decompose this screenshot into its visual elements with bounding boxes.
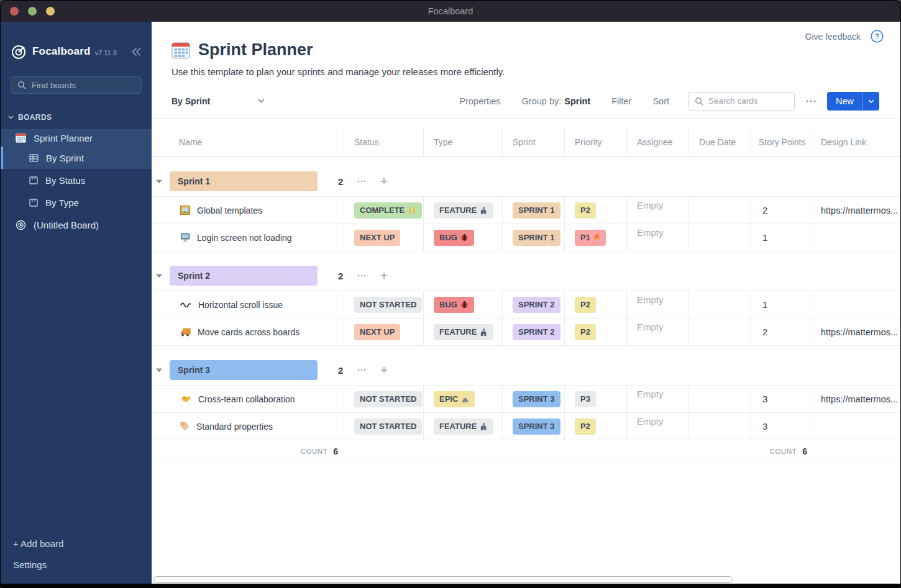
table-row[interactable]: Standard properties NOT STARTED . FEATUR…	[152, 413, 900, 440]
type-cell[interactable]: FEATURE	[424, 197, 503, 224]
sprint-cell[interactable]: SPRINT 3	[503, 386, 565, 412]
sort-button[interactable]: Sort	[652, 96, 669, 106]
due-date-cell[interactable]	[689, 319, 751, 345]
sidebar-item-by-type[interactable]: By Type	[1, 191, 152, 214]
design-link-cell[interactable]	[813, 291, 900, 318]
design-link-cell[interactable]: https://mattermos...	[813, 319, 900, 345]
assignee-cell[interactable]: Empty	[627, 197, 689, 224]
story-points-cell[interactable]: 2	[751, 197, 813, 224]
assignee-cell[interactable]: Empty	[627, 291, 689, 318]
due-date-cell[interactable]	[689, 197, 751, 224]
properties-button[interactable]: Properties	[460, 96, 501, 106]
sprint-cell[interactable]: SPRINT 1	[503, 197, 565, 224]
settings-button[interactable]: Settings	[13, 559, 139, 570]
type-cell[interactable]: BUG	[424, 291, 503, 318]
sidebar-item-untitled-board[interactable]: (Untitled Board)	[1, 214, 152, 236]
sidebar-item-by-status[interactable]: By Status	[1, 169, 152, 191]
assignee-cell[interactable]: Empty	[627, 224, 689, 251]
design-link-cell[interactable]: https://mattermos...	[813, 197, 900, 224]
story-points-cell[interactable]: 3	[751, 413, 813, 440]
column-header-assignee[interactable]: Assignee	[627, 127, 689, 156]
priority-cell[interactable]: P2	[565, 291, 627, 318]
sidebar-item-sprint-planner[interactable]: Sprint Planner	[1, 129, 152, 147]
help-icon[interactable]: ?	[871, 30, 884, 43]
story-points-cell[interactable]: 2	[751, 319, 813, 345]
column-header-name[interactable]: Name	[152, 127, 344, 156]
due-date-cell[interactable]	[689, 224, 751, 251]
status-cell[interactable]: NEXT UP	[344, 224, 424, 251]
sprint-cell[interactable]: SPRINT 3	[503, 413, 565, 440]
column-header-sprint[interactable]: Sprint	[503, 127, 565, 156]
status-cell[interactable]: NOT STARTED .	[344, 291, 424, 318]
give-feedback-link[interactable]: Give feedback	[805, 32, 861, 42]
story-points-cell[interactable]: 1	[751, 224, 813, 251]
priority-cell[interactable]: P2	[565, 319, 627, 345]
collapse-group-icon[interactable]	[156, 179, 163, 184]
name-count-calc[interactable]: COUNT 6	[152, 440, 344, 462]
assignee-cell[interactable]: Empty	[627, 386, 689, 412]
group-options-icon[interactable]	[357, 369, 366, 371]
close-window-button[interactable]	[10, 7, 19, 16]
due-date-cell[interactable]	[689, 386, 751, 412]
sprint-cell[interactable]: SPRINT 1	[503, 224, 565, 251]
collapse-group-icon[interactable]	[156, 368, 163, 373]
group-by-button[interactable]: Group by:Sprint	[522, 96, 591, 106]
column-header-type[interactable]: Type	[424, 127, 503, 156]
table-row[interactable]: Horizontal scroll issue NOT STARTED . BU…	[152, 291, 900, 319]
group-options-icon[interactable]	[357, 180, 366, 183]
assignee-cell[interactable]: Empty	[627, 319, 689, 345]
add-board-button[interactable]: + Add board	[13, 538, 139, 549]
sidebar-item-by-sprint[interactable]: By Sprint	[1, 147, 152, 169]
status-cell[interactable]: NOT STARTED .	[344, 386, 424, 412]
collapse-sidebar-icon[interactable]	[131, 47, 142, 57]
table-row[interactable]: Global templates COMPLETE	[152, 197, 900, 224]
status-cell[interactable]: COMPLETE	[344, 197, 424, 224]
column-header-status[interactable]: Status	[344, 127, 424, 156]
group-title-badge[interactable]: Sprint 3	[170, 360, 318, 380]
story-points-count-calc[interactable]: COUNT 6	[751, 440, 813, 462]
status-cell[interactable]: NEXT UP	[344, 319, 424, 345]
column-header-design-link[interactable]: Design Link	[813, 127, 900, 156]
due-date-cell[interactable]	[689, 291, 751, 318]
column-header-due-date[interactable]: Due Date	[689, 127, 751, 156]
design-link-cell[interactable]	[813, 413, 900, 440]
maximize-window-button[interactable]	[46, 7, 55, 16]
due-date-cell[interactable]	[689, 413, 751, 440]
search-cards-input[interactable]	[688, 92, 795, 111]
horizontal-scrollbar[interactable]	[153, 576, 733, 583]
sprint-cell[interactable]: SPRINT 2	[503, 291, 565, 318]
column-header-story-points[interactable]: Story Points	[751, 127, 813, 156]
find-boards-search[interactable]: Find boards	[11, 76, 142, 94]
search-cards-field[interactable]	[708, 96, 788, 106]
new-card-dropdown[interactable]	[863, 99, 879, 103]
group-options-icon[interactable]	[357, 274, 366, 277]
sprint-cell[interactable]: SPRINT 2	[503, 319, 565, 345]
priority-cell[interactable]: P2	[565, 413, 627, 440]
collapse-group-icon[interactable]	[156, 274, 163, 278]
group-add-card-icon[interactable]	[380, 272, 388, 279]
filter-button[interactable]: Filter	[611, 96, 631, 106]
minimize-window-button[interactable]	[28, 7, 37, 16]
board-options-icon[interactable]	[806, 100, 816, 102]
assignee-cell[interactable]: Empty	[627, 413, 689, 440]
board-description[interactable]: Use this template to plan your sprints a…	[172, 66, 880, 77]
story-points-cell[interactable]: 3	[751, 386, 813, 412]
priority-cell[interactable]: P1	[565, 224, 627, 251]
new-card-button[interactable]: New	[827, 92, 879, 111]
design-link-cell[interactable]: https://mattermos...	[813, 386, 900, 412]
table-row[interactable]: Cross-team collaboration NOT STARTED . E…	[152, 386, 900, 413]
table-row[interactable]: Login screen not loading NEXT UP BUG	[152, 224, 900, 251]
type-cell[interactable]: EPIC	[424, 386, 503, 412]
board-title[interactable]: Sprint Planner	[198, 40, 313, 60]
type-cell[interactable]: FEATURE	[424, 413, 503, 440]
boards-section-header[interactable]: BOARDS	[1, 111, 152, 124]
design-link-cell[interactable]	[813, 224, 900, 251]
type-cell[interactable]: BUG	[424, 224, 503, 251]
group-add-card-icon[interactable]	[380, 178, 388, 185]
group-add-card-icon[interactable]	[380, 366, 388, 374]
type-cell[interactable]: FEATURE	[424, 319, 503, 345]
status-cell[interactable]: NOT STARTED .	[344, 413, 424, 440]
priority-cell[interactable]: P3	[565, 386, 627, 412]
story-points-cell[interactable]: 1	[751, 291, 813, 318]
view-selector[interactable]: By Sprint	[172, 96, 265, 106]
